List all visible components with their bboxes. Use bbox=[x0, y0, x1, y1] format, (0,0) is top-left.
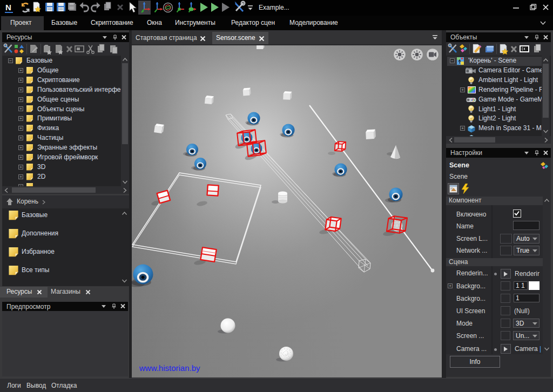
svg-text:www.historian.by: www.historian.by bbox=[139, 363, 200, 373]
svg-text:N: N bbox=[5, 3, 11, 12]
